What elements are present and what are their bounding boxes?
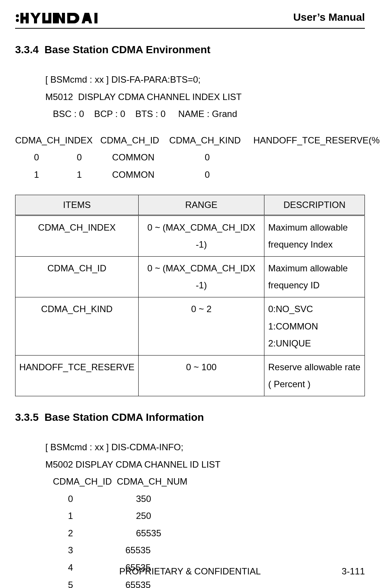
section-heading-335: 3.3.5 Base Station CDMA Information xyxy=(15,411,365,423)
manual-title: User’s Manual xyxy=(293,11,365,23)
svg-rect-6 xyxy=(42,13,45,20)
list-item: 365535 xyxy=(68,542,365,559)
cell-desc: Maximum allowable frequency Index xyxy=(264,215,365,256)
cell-range: 0 ~ 2 xyxy=(138,297,264,355)
svg-rect-9 xyxy=(53,13,56,23)
svg-point-1 xyxy=(16,19,19,22)
bsm-cmd-line: [ BSMcmd : xx ] DIS-FA-PARA:BTS=0; xyxy=(45,71,365,88)
cdma-ch-num: 65535 xyxy=(125,576,151,588)
svg-rect-7 xyxy=(42,20,51,23)
hyundai-logo-icon xyxy=(15,11,128,25)
cell-items: CDMA_CH_KIND xyxy=(15,297,139,355)
page-header: User’s Manual xyxy=(15,11,365,29)
bsm-cmd-line: [ BSMcmd : xx ] DIS-CDMA-INFO; xyxy=(45,439,365,456)
cdma-ch-num: 65535 xyxy=(125,542,151,559)
svg-marker-10 xyxy=(56,13,65,23)
cell-items: HANDOFF_TCE_RESERVE xyxy=(15,355,139,396)
cell-range: 0 ~ (MAX_CDMA_CH_IDX -1) xyxy=(138,215,264,256)
svg-rect-8 xyxy=(48,13,51,20)
section-title: Base Station CDMA Environment xyxy=(45,44,210,55)
table-row: HANDOFF_TCE_RESERVE 0 ~ 100 Reserve allo… xyxy=(15,355,365,396)
cell-desc: Maximum allowable frequency ID xyxy=(264,256,365,297)
parameter-table: ITEMS RANGE DESCRIPTION CDMA_CH_INDEX 0 … xyxy=(15,195,365,396)
svg-rect-4 xyxy=(26,13,29,23)
data-row: 1 1 COMMON 0 xyxy=(34,166,365,183)
section-title: Base Station CDMA Information xyxy=(45,411,204,423)
cell-desc: Reserve allowable rate ( Percent ) xyxy=(264,355,365,396)
table-row: CDMA_CH_INDEX 0 ~ (MAX_CDMA_CH_IDX -1) M… xyxy=(15,215,365,256)
page-number: 3-111 xyxy=(342,566,365,577)
cdma-ch-num: 350 xyxy=(136,490,151,508)
cdma-ch-num: 65535 xyxy=(136,525,161,542)
list-item: 565535 xyxy=(68,576,365,588)
cdma-ch-id: 0 xyxy=(68,490,136,508)
svg-point-0 xyxy=(16,14,19,17)
table-row: CDMA_CH_ID 0 ~ (MAX_CDMA_CH_IDX -1) Maxi… xyxy=(15,256,365,297)
columns-header-line: CDMA_CH_INDEX CDMA_CH_ID CDMA_CH_KIND HA… xyxy=(15,132,365,149)
page-footer: PROPRIETARY & CONFIDENTIAL 3-111 xyxy=(15,566,365,577)
svg-rect-11 xyxy=(67,13,70,23)
data-row: 0 0 COMMON 0 xyxy=(34,149,365,166)
hyundai-logo xyxy=(15,11,128,25)
cdma-ch-id: 1 xyxy=(68,507,136,525)
id-list-columns: CDMA_CH_ID CDMA_CH_NUM xyxy=(53,473,365,490)
svg-rect-13 xyxy=(86,18,88,20)
th-items: ITEMS xyxy=(15,195,139,215)
table-row: CDMA_CH_KIND 0 ~ 2 0:NO_SVC 1:COMMON 2:U… xyxy=(15,297,365,355)
cell-desc: 0:NO_SVC 1:COMMON 2:UNIQUE xyxy=(264,297,365,355)
cell-range: 0 ~ (MAX_CDMA_CH_IDX -1) xyxy=(138,256,264,297)
cell-items: CDMA_CH_ID xyxy=(15,256,139,297)
msg-line: M5012 DISPLAY CDMA CHANNEL INDEX LIST xyxy=(45,88,365,106)
section-heading-334: 3.3.4 Base Station CDMA Environment xyxy=(15,44,365,56)
th-desc: DESCRIPTION xyxy=(264,195,365,215)
msg-line: M5002 DISPLAY CDMA CHANNEL ID LIST xyxy=(45,456,365,473)
section-number: 3.3.4 xyxy=(15,44,39,55)
cell-items: CDMA_CH_INDEX xyxy=(15,215,139,256)
list-item: 1250 xyxy=(68,507,365,525)
list-item: 0350 xyxy=(68,490,365,508)
svg-rect-14 xyxy=(94,13,97,23)
list-item: 265535 xyxy=(68,525,365,542)
th-range: RANGE xyxy=(138,195,264,215)
footer-center-text: PROPRIETARY & CONFIDENTIAL xyxy=(119,566,261,577)
cdma-ch-num: 250 xyxy=(136,507,151,525)
info-line: BSC : 0 BCP : 0 BTS : 0 NAME : Grand xyxy=(53,105,365,123)
cdma-ch-id: 2 xyxy=(68,525,136,542)
svg-marker-5 xyxy=(30,13,41,23)
cell-range: 0 ~ 100 xyxy=(138,355,264,396)
section-number: 3.3.5 xyxy=(15,411,39,423)
